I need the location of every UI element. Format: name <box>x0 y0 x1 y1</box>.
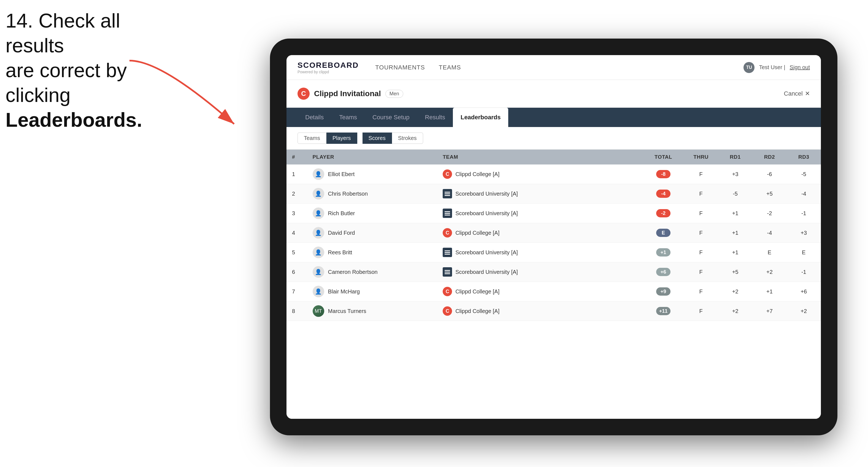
cell-rank: 3 <box>286 204 307 223</box>
tab-leaderboards[interactable]: Leaderboards <box>453 108 508 127</box>
filter-scores[interactable]: Scores <box>363 132 392 144</box>
score-badge: +11 <box>656 307 671 315</box>
logo-area: SCOREBOARD Powered by clippd <box>298 61 359 74</box>
cell-rd1: +1 <box>718 223 752 243</box>
tournament-header: C Clippd Invitational Men Cancel ✕ <box>286 80 821 108</box>
team-icon-scoreboard <box>443 248 452 257</box>
player-avatar: 👤 <box>313 286 324 297</box>
cell-rd1: +1 <box>718 204 752 223</box>
results-table: # PLAYER TEAM TOTAL THRU RD1 RD2 RD3 1👤E… <box>286 150 821 321</box>
team-name: Scoreboard University [A] <box>455 249 518 256</box>
cancel-button[interactable]: Cancel ✕ <box>784 90 810 97</box>
filter-strokes[interactable]: Strokes <box>392 132 423 144</box>
cell-rd2: +2 <box>752 262 786 282</box>
cell-rank: 7 <box>286 282 307 302</box>
nav-tournaments[interactable]: TOURNAMENTS <box>375 64 425 71</box>
table-row: 6👤Cameron RobertsonScoreboard University… <box>286 262 821 282</box>
col-header-player: PLAYER <box>307 150 437 164</box>
cell-rank: 4 <box>286 223 307 243</box>
cell-player: MTMarcus Turners <box>307 302 437 321</box>
cell-rd1: +1 <box>718 243 752 262</box>
table-row: 2👤Chris RobertsonScoreboard University [… <box>286 184 821 204</box>
col-header-rd1: RD1 <box>718 150 752 164</box>
team-name: Scoreboard University [A] <box>455 210 518 217</box>
player-name: Blair McHarg <box>328 288 360 295</box>
cell-rd2: E <box>752 243 786 262</box>
cell-player: 👤Rees Britt <box>307 243 437 262</box>
tablet-frame: SCOREBOARD Powered by clippd TOURNAMENTS… <box>270 38 837 435</box>
cell-rd2: -2 <box>752 204 786 223</box>
tab-teams[interactable]: Teams <box>331 108 365 127</box>
user-avatar: TU <box>743 62 754 73</box>
cell-thru: F <box>684 262 718 282</box>
filter-players[interactable]: Players <box>327 132 357 144</box>
logo-text: SCOREBOARD <box>298 61 359 70</box>
nav-links: TOURNAMENTS TEAMS <box>375 64 743 71</box>
col-header-total: TOTAL <box>643 150 684 164</box>
cell-thru: F <box>684 184 718 204</box>
cell-player: 👤Elliot Ebert <box>307 164 437 184</box>
tab-nav: Details Teams Course Setup Results Leade… <box>286 108 821 127</box>
filter-teams[interactable]: Teams <box>298 132 327 144</box>
signout-link[interactable]: Sign out <box>790 64 810 70</box>
player-name: David Ford <box>328 230 355 236</box>
player-avatar: 👤 <box>313 168 324 180</box>
cell-rd3: +3 <box>787 223 821 243</box>
col-header-rd2: RD2 <box>752 150 786 164</box>
player-name: Chris Robertson <box>328 191 368 197</box>
cell-rank: 1 <box>286 164 307 184</box>
cell-total: -8 <box>643 164 684 184</box>
top-nav: SCOREBOARD Powered by clippd TOURNAMENTS… <box>286 55 821 80</box>
team-name: Clippd College [A] <box>455 230 499 236</box>
cell-total: +1 <box>643 243 684 262</box>
cell-thru: F <box>684 164 718 184</box>
nav-teams[interactable]: TEAMS <box>439 64 461 71</box>
player-name: Rich Butler <box>328 210 355 217</box>
team-icon-scoreboard <box>443 189 452 198</box>
cell-rd2: -4 <box>752 223 786 243</box>
cell-rd2: -6 <box>752 164 786 184</box>
score-badge: +9 <box>656 287 671 295</box>
cell-team: CClippd College [A] <box>437 282 643 302</box>
cell-team: Scoreboard University [A] <box>437 262 643 282</box>
content-area: C Clippd Invitational Men Cancel ✕ Detai… <box>286 80 821 419</box>
cell-rd1: +2 <box>718 302 752 321</box>
cell-total: -4 <box>643 184 684 204</box>
cell-team: Scoreboard University [A] <box>437 243 643 262</box>
player-avatar: 👤 <box>313 266 324 278</box>
player-avatar: 👤 <box>313 208 324 219</box>
cell-thru: F <box>684 282 718 302</box>
cell-rd1: +5 <box>718 262 752 282</box>
cell-rd3: -1 <box>787 204 821 223</box>
cell-thru: F <box>684 243 718 262</box>
table-body: 1👤Elliot EbertCClippd College [A]-8F+3-6… <box>286 164 821 321</box>
table-row: 4👤David FordCClippd College [A]EF+1-4+3 <box>286 223 821 243</box>
tournament-title: Clippd Invitational <box>314 89 381 98</box>
col-header-rd3: RD3 <box>787 150 821 164</box>
table-row: 3👤Rich ButlerScoreboard University [A]-2… <box>286 204 821 223</box>
nav-right: TU Test User | Sign out <box>743 62 810 73</box>
filter-row: Teams Players Scores Strokes <box>286 127 821 150</box>
score-badge: -4 <box>656 190 671 198</box>
tab-results[interactable]: Results <box>417 108 453 127</box>
tab-course-setup[interactable]: Course Setup <box>365 108 417 127</box>
player-name: Rees Britt <box>328 249 352 256</box>
cell-rd3: +2 <box>787 302 821 321</box>
cell-rank: 5 <box>286 243 307 262</box>
table-row: 7👤Blair McHargCClippd College [A]+9F+2+1… <box>286 282 821 302</box>
cell-rank: 8 <box>286 302 307 321</box>
tournament-title-row: C Clippd Invitational Men <box>298 88 403 100</box>
cell-player: 👤David Ford <box>307 223 437 243</box>
cell-rd2: +7 <box>752 302 786 321</box>
player-avatar: 👤 <box>313 247 324 258</box>
tournament-icon: C <box>298 88 310 100</box>
team-name: Clippd College [A] <box>455 308 499 314</box>
user-label: Test User | <box>759 64 785 70</box>
score-badge: -2 <box>656 209 671 217</box>
cell-team: CClippd College [A] <box>437 223 643 243</box>
team-icon-scoreboard <box>443 209 452 218</box>
cell-player: 👤Cameron Robertson <box>307 262 437 282</box>
cell-rd3: -1 <box>787 262 821 282</box>
cell-total: E <box>643 223 684 243</box>
tab-details[interactable]: Details <box>298 108 331 127</box>
